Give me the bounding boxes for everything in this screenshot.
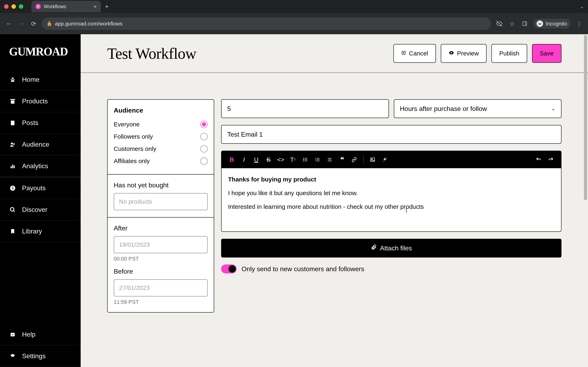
align-button[interactable]	[324, 154, 335, 165]
cancel-icon	[401, 50, 406, 57]
svg-rect-11	[14, 165, 15, 168]
radio-label: Followers only	[114, 133, 153, 140]
radio-label: Everyone	[114, 121, 140, 128]
bold-button[interactable]: B	[226, 154, 237, 165]
audience-option-affiliates[interactable]: Affiliates only	[114, 155, 208, 167]
preview-button[interactable]: Preview	[441, 44, 487, 63]
bullet-list-button[interactable]	[300, 154, 311, 165]
sidebar-item-payouts[interactable]: $ Payouts	[0, 177, 81, 199]
main-content: Test Workflow Cancel Preview Publish Sav…	[81, 34, 588, 367]
sidebar-item-audience[interactable]: Audience	[0, 134, 81, 155]
audience-option-customers[interactable]: Customers only	[114, 143, 208, 155]
after-label: After	[114, 225, 208, 232]
ordered-list-button[interactable]: 123	[312, 154, 323, 165]
svg-rect-26	[305, 159, 307, 160]
window-maximize-button[interactable]	[19, 4, 23, 9]
analytics-icon	[9, 162, 16, 170]
delay-value-input[interactable]	[221, 99, 389, 118]
incognito-badge[interactable]: Incognito	[533, 19, 571, 29]
text-style-button[interactable]: TT	[288, 154, 298, 165]
audience-option-followers[interactable]: Followers only	[114, 131, 208, 143]
sidebar-item-help[interactable]: Help	[0, 324, 81, 345]
sidebar-item-products[interactable]: Products	[0, 91, 81, 112]
sidebar-item-posts[interactable]: Posts	[0, 112, 81, 134]
traffic-lights	[4, 4, 23, 9]
publish-button[interactable]: Publish	[492, 44, 527, 63]
sidebar-item-analytics[interactable]: Analytics	[0, 155, 81, 177]
only-new-toggle[interactable]	[221, 264, 237, 273]
svg-point-27	[303, 160, 304, 161]
delay-unit-select[interactable]: Hours after purchase or follow ⌄	[394, 99, 562, 118]
logo-text: GUMROAD	[9, 45, 68, 58]
panel-icon[interactable]	[521, 20, 529, 28]
svg-point-17	[12, 334, 13, 335]
strikethrough-button[interactable]: S	[263, 154, 274, 165]
svg-text:$: $	[12, 186, 14, 190]
browser-tab[interactable]: G Workflows ×	[31, 1, 101, 12]
save-button[interactable]: Save	[532, 44, 562, 63]
paperclip-icon	[371, 244, 377, 252]
cancel-button[interactable]: Cancel	[393, 44, 436, 63]
after-date-input[interactable]	[114, 236, 208, 253]
underline-button[interactable]: U	[251, 154, 261, 165]
before-time-note: 11:59 PST	[114, 299, 208, 305]
before-date-input[interactable]	[114, 279, 208, 296]
redo-button[interactable]	[545, 154, 556, 165]
code-button[interactable]: <>	[276, 154, 286, 165]
svg-rect-9	[11, 166, 12, 168]
link-button[interactable]	[349, 154, 360, 165]
italic-button[interactable]: I	[239, 154, 249, 165]
window-minimize-button[interactable]	[11, 4, 16, 9]
sidebar-item-home[interactable]: Home	[0, 69, 81, 91]
menu-dots-icon[interactable]: ⋮	[575, 20, 583, 28]
audience-option-everyone[interactable]: Everyone	[114, 118, 208, 131]
not-bought-input[interactable]	[114, 193, 208, 210]
svg-rect-34	[317, 161, 320, 161]
help-icon	[9, 331, 16, 338]
url-bar[interactable]: 🔒 app.gumroad.com/workflows	[42, 17, 491, 30]
page-header: Test Workflow Cancel Preview Publish Sav…	[81, 34, 588, 73]
text-cursor-icon	[406, 207, 406, 213]
logo[interactable]: GUMROAD	[0, 34, 81, 69]
image-button[interactable]	[367, 154, 378, 165]
products-icon	[9, 98, 16, 105]
bookmark-icon	[9, 228, 16, 235]
before-label: Before	[114, 268, 208, 275]
audience-title: Audience	[114, 107, 208, 114]
quote-button[interactable]: ❝	[337, 154, 347, 165]
nav-reload-button[interactable]: ⟳	[29, 20, 38, 28]
star-icon[interactable]: ☆	[508, 20, 516, 28]
email-editor: B I U S <> TT 123 ❝	[221, 151, 562, 232]
ai-sparkle-button[interactable]	[380, 154, 390, 165]
scrollbar-thumb[interactable]	[584, 35, 587, 200]
svg-rect-6	[11, 120, 15, 125]
nav-back-button[interactable]: ←	[5, 20, 13, 28]
tab-close-icon[interactable]: ×	[94, 3, 97, 10]
nav-forward-button[interactable]: →	[17, 20, 25, 28]
svg-point-40	[386, 158, 387, 158]
sidebar-item-label: Library	[22, 227, 42, 235]
sidebar-item-discover[interactable]: Discover	[0, 199, 81, 221]
sidebar-item-settings[interactable]: Settings	[0, 345, 81, 367]
radio-icon	[200, 121, 208, 128]
new-tab-button[interactable]: +	[105, 3, 109, 10]
svg-rect-37	[328, 161, 332, 161]
undo-button[interactable]	[533, 154, 544, 165]
attach-files-button[interactable]: Attach files	[221, 239, 562, 258]
sidebar: GUMROAD Home Products Posts Audience Ana…	[0, 34, 81, 367]
svg-rect-0	[523, 22, 527, 26]
page-title: Test Workflow	[107, 45, 196, 62]
select-value: Hours after purchase or follow	[400, 105, 487, 113]
sidebar-item-library[interactable]: Library	[0, 221, 81, 242]
sidebar-item-label: Payouts	[22, 184, 46, 192]
lock-icon: 🔒	[47, 21, 52, 26]
eye-off-icon[interactable]	[495, 20, 503, 28]
scrollbar[interactable]	[583, 34, 588, 367]
incognito-label: Incognito	[545, 21, 567, 27]
email-subject-input[interactable]	[221, 125, 562, 144]
sidebar-item-label: Products	[22, 98, 48, 105]
window-close-button[interactable]	[4, 4, 9, 9]
editor-body[interactable]: Thanks for buying my product I hope you …	[222, 168, 561, 231]
radio-icon	[200, 157, 208, 165]
tablist-overflow-icon[interactable]: ⌄	[580, 4, 584, 9]
